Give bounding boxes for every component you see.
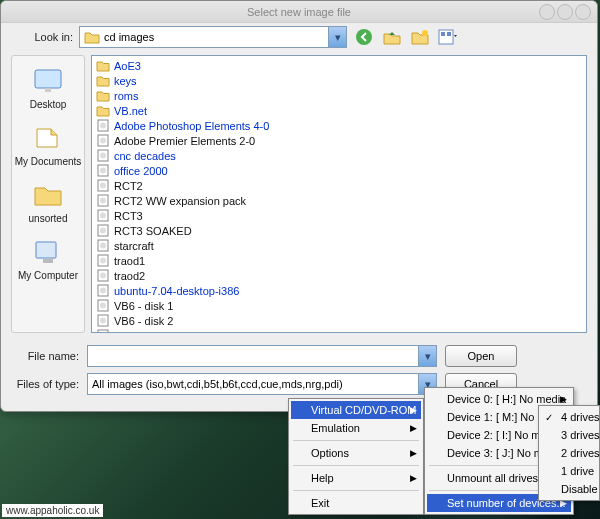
menu-item[interactable]: Emulation▶	[291, 419, 421, 437]
file-item[interactable]: ubuntu-7.04-desktop-i386	[94, 283, 584, 298]
file-item[interactable]: RCT3 SOAKED	[94, 223, 584, 238]
file-item[interactable]: Adobe Premier Elements 2-0	[94, 133, 584, 148]
menu-item[interactable]: Options▶	[291, 444, 421, 462]
minimize-button[interactable]	[539, 4, 555, 20]
menu-item[interactable]: Virtual CD/DVD-ROM▶	[291, 401, 421, 419]
menu-item[interactable]: Exit	[291, 494, 421, 512]
submenu-arrow-icon: ▶	[410, 473, 417, 483]
device-count-submenu[interactable]: ✓4 drives3 drives2 drives1 driveDisable	[538, 405, 600, 501]
sidebar-item-documents[interactable]: My Documents	[14, 119, 82, 170]
chevron-down-icon[interactable]: ▾	[328, 27, 346, 47]
file-item[interactable]: VB6 - disk 1	[94, 298, 584, 313]
file-name: Adobe Premier Elements 2-0	[114, 135, 255, 147]
disc-image-icon	[96, 134, 110, 148]
menu-item-label: Options	[311, 447, 349, 459]
menu-item-label: Virtual CD/DVD-ROM	[311, 404, 417, 416]
disc-image-icon	[96, 314, 110, 328]
folder-icon	[96, 89, 110, 103]
new-folder-button[interactable]	[409, 26, 431, 48]
titlebar[interactable]: Select new image file	[1, 1, 597, 23]
svg-point-38	[100, 333, 106, 334]
menu-item[interactable]: ✓4 drives	[541, 408, 597, 426]
menu-separator	[293, 440, 419, 441]
look-in-label: Look in:	[11, 31, 73, 43]
file-item[interactable]: starcraft	[94, 238, 584, 253]
check-icon: ✓	[545, 412, 553, 423]
sidebar-item-desktop[interactable]: Desktop	[14, 62, 82, 113]
file-item[interactable]: VB.net	[94, 103, 584, 118]
look-in-value: cd images	[104, 31, 154, 43]
view-mode-button[interactable]	[437, 26, 459, 48]
disc-image-icon	[96, 299, 110, 313]
file-item[interactable]: WarCraft 3	[94, 328, 584, 333]
svg-point-36	[100, 318, 106, 324]
menu-item[interactable]: 3 drives	[541, 426, 597, 444]
menu-item-label: Help	[311, 472, 334, 484]
file-name: RCT3 SOAKED	[114, 225, 192, 237]
folder-icon	[32, 179, 64, 211]
file-name: cnc decades	[114, 150, 176, 162]
maximize-button[interactable]	[557, 4, 573, 20]
file-name-input[interactable]: ▾	[87, 345, 437, 367]
menu-item[interactable]: Help▶	[291, 469, 421, 487]
files-of-type-combo[interactable]: All images (iso,bwt,cdi,b5t,b6t,ccd,cue,…	[87, 373, 437, 395]
disc-image-icon	[96, 179, 110, 193]
disc-image-icon	[96, 239, 110, 253]
back-button[interactable]	[353, 26, 375, 48]
file-name: VB.net	[114, 105, 147, 117]
submenu-arrow-icon: ▶	[560, 394, 567, 404]
file-item[interactable]: AoE3	[94, 58, 584, 73]
svg-point-20	[100, 198, 106, 204]
dialog-title: Select new image file	[247, 6, 351, 18]
file-item[interactable]: RCT2 WW expansion pack	[94, 193, 584, 208]
svg-rect-37	[98, 330, 108, 333]
svg-point-28	[100, 258, 106, 264]
sidebar-item-unsorted[interactable]: unsorted	[14, 176, 82, 227]
svg-rect-5	[35, 70, 61, 88]
disc-image-icon	[96, 329, 110, 334]
tray-context-menu[interactable]: Virtual CD/DVD-ROM▶Emulation▶Options▶Hel…	[288, 398, 424, 515]
file-list[interactable]: AoE3keysromsVB.netAdobe Photoshop Elemen…	[91, 55, 587, 333]
desktop-icon	[32, 65, 64, 97]
menu-item-label: 1 drive	[561, 465, 594, 477]
svg-point-16	[100, 168, 106, 174]
file-item[interactable]: cnc decades	[94, 148, 584, 163]
sidebar-item-computer[interactable]: My Computer	[14, 233, 82, 284]
file-name: roms	[114, 90, 138, 102]
look-in-combo[interactable]: cd images ▾	[79, 26, 347, 48]
file-item[interactable]: office 2000	[94, 163, 584, 178]
file-name: AoE3	[114, 60, 141, 72]
file-item[interactable]: VB6 - disk 2	[94, 313, 584, 328]
submenu-arrow-icon: ▶	[410, 405, 417, 415]
disc-image-icon	[96, 284, 110, 298]
file-item[interactable]: RCT2	[94, 178, 584, 193]
svg-point-22	[100, 213, 106, 219]
disc-image-icon	[96, 119, 110, 133]
file-name: VB6 - disk 1	[114, 300, 173, 312]
file-item[interactable]: keys	[94, 73, 584, 88]
file-name: RCT2	[114, 180, 143, 192]
close-button[interactable]	[575, 4, 591, 20]
menu-item[interactable]: 2 drives	[541, 444, 597, 462]
documents-icon	[32, 122, 64, 154]
chevron-down-icon[interactable]: ▾	[418, 346, 436, 366]
file-name: VB6 - disk 2	[114, 315, 173, 327]
up-button[interactable]	[381, 26, 403, 48]
file-item[interactable]: traod1	[94, 253, 584, 268]
file-name: keys	[114, 75, 137, 87]
file-name: office 2000	[114, 165, 168, 177]
file-item[interactable]: Adobe Photoshop Elements 4-0	[94, 118, 584, 133]
menu-item[interactable]: 1 drive	[541, 462, 597, 480]
disc-image-icon	[96, 164, 110, 178]
computer-icon	[32, 236, 64, 268]
file-name: starcraft	[114, 240, 154, 252]
folder-icon	[96, 59, 110, 73]
menu-item[interactable]: Disable	[541, 480, 597, 498]
svg-point-24	[100, 228, 106, 234]
menu-item-label: Device 0: [ H:] No media	[447, 393, 566, 405]
file-item[interactable]: traod2	[94, 268, 584, 283]
open-button[interactable]: Open	[445, 345, 517, 367]
svg-point-12	[100, 138, 106, 144]
file-item[interactable]: roms	[94, 88, 584, 103]
file-item[interactable]: RCT3	[94, 208, 584, 223]
